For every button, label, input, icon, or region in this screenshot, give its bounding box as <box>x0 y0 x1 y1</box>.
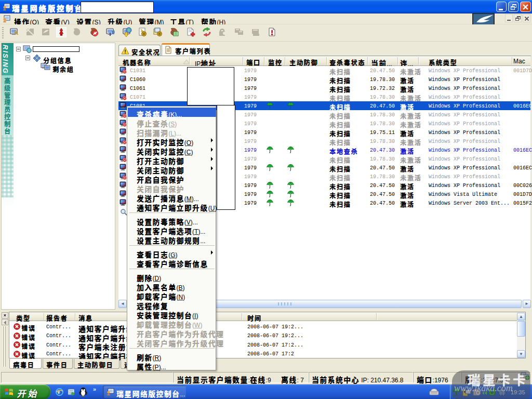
svg-text:e: e <box>58 389 60 395</box>
